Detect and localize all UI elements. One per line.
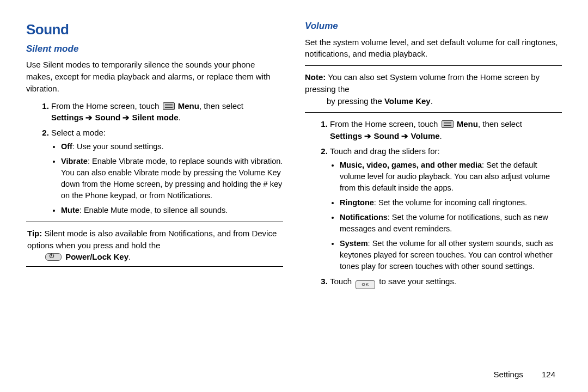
silent-steps: From the Home screen, touch Menu, then s…	[26, 100, 283, 216]
slider-notifications: Notifications: Set the volume for notifi…	[340, 212, 562, 235]
text: .	[431, 96, 433, 106]
label: Off	[61, 142, 72, 151]
silent-modes-list: Off: Use your sound settings. Vibrate: E…	[51, 141, 283, 216]
label: Ringtone	[340, 198, 374, 207]
heading-sound: Sound	[26, 20, 283, 40]
silent-step-2: Select a mode: Off: Use your sound setti…	[51, 127, 283, 216]
note-text: You can also set System volume from the …	[305, 72, 540, 94]
mode-mute: Mute: Enable Mute mode, to silence all s…	[61, 205, 283, 216]
note-label: Note:	[305, 72, 326, 82]
label: System	[340, 239, 368, 248]
menu-icon	[163, 102, 175, 110]
desc: : Set the volume for incoming call ringt…	[374, 198, 527, 207]
nav-path: Settings ➔ Sound ➔ Volume	[330, 131, 440, 140]
page-number: 124	[542, 370, 555, 379]
desc: : Set the volume for all other system so…	[340, 239, 553, 271]
subheading-silent-mode: Silent mode	[26, 42, 283, 56]
silent-step-1: From the Home screen, touch Menu, then s…	[51, 100, 283, 124]
text: .	[128, 252, 131, 261]
volume-note: Note: You can also set System volume fro…	[305, 71, 562, 107]
section-label: Settings	[494, 370, 523, 379]
silent-tip: Tip: Silent mode is also available from …	[26, 228, 283, 263]
label: Notifications	[340, 213, 388, 222]
left-column: Sound Silent mode Use Silent modes to te…	[26, 20, 283, 348]
text: .	[440, 131, 442, 140]
volume-step-1: From the Home screen, touch Menu, then s…	[330, 118, 562, 142]
ok-button-icon: OK	[356, 280, 375, 289]
text: Touch and drag the sliders for:	[330, 146, 440, 156]
subheading-volume: Volume	[305, 20, 562, 33]
divider	[26, 266, 283, 267]
text: From the Home screen, touch	[51, 101, 162, 111]
tip-cont: Power/Lock Key.	[27, 252, 131, 261]
divider	[305, 112, 562, 113]
slider-system: System: Set the volume for all other sys…	[340, 238, 562, 272]
desc: : Enable Vibrate mode, to replace sounds…	[61, 157, 283, 200]
text: by pressing the	[327, 96, 384, 106]
power-key-icon	[45, 253, 62, 261]
menu-label: Menu	[455, 119, 478, 128]
mode-vibrate: Vibrate: Enable Vibrate mode, to replace…	[61, 156, 283, 201]
volume-step-3: Touch OK to save your settings.	[330, 275, 562, 289]
right-column: Volume Set the system volume level, and …	[305, 20, 562, 348]
volume-steps: From the Home screen, touch Menu, then s…	[305, 118, 562, 289]
desc: : Enable Mute mode, to silence all sound…	[79, 206, 228, 215]
text: Select a mode:	[51, 128, 106, 137]
text: to save your settings.	[377, 277, 456, 286]
mode-off: Off: Use your sound settings.	[61, 141, 283, 152]
tip-text: Silent mode is also available from Notif…	[27, 229, 277, 250]
text: , then select	[478, 119, 522, 128]
volume-step-2: Touch and drag the sliders for: Music, v…	[330, 145, 562, 272]
divider	[305, 65, 562, 66]
volume-sliders-list: Music, video, games, and other media: Se…	[330, 160, 562, 272]
nav-path: Settings ➔ Sound ➔ Silent mode	[51, 113, 179, 122]
page-footer: Settings 124	[494, 370, 555, 379]
slider-ringtone: Ringtone: Set the volume for incoming ca…	[340, 197, 562, 209]
manual-page: Sound Silent mode Use Silent modes to te…	[0, 0, 588, 359]
volume-key-label: Volume Key	[384, 96, 431, 106]
note-cont: by pressing the Volume Key.	[305, 96, 433, 106]
label: Music, video, games, and other media	[340, 161, 482, 169]
tip-label: Tip:	[27, 229, 42, 238]
silent-intro: Use Silent modes to temporarily silence …	[26, 59, 283, 94]
text: .	[179, 113, 181, 122]
label: Mute	[61, 206, 79, 215]
text: , then select	[199, 101, 243, 111]
desc: : Use your sound settings.	[72, 142, 164, 151]
text: Touch	[330, 277, 354, 286]
power-key-label: Power/Lock Key	[63, 252, 128, 261]
divider	[26, 222, 283, 222]
menu-icon	[442, 120, 454, 128]
volume-intro: Set the system volume level, and set def…	[305, 36, 562, 60]
menu-label: Menu	[176, 101, 199, 111]
label: Vibrate	[61, 157, 88, 166]
text: From the Home screen, touch	[330, 119, 440, 128]
slider-media: Music, video, games, and other media: Se…	[340, 160, 562, 194]
